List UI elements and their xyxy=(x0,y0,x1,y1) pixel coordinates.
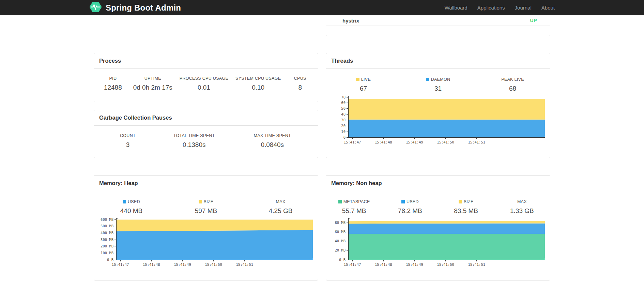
heap-legend: USED 440 MB SIZE 597 MB MAX 4.25 GB xyxy=(94,191,318,215)
svg-text:50: 50 xyxy=(341,106,346,110)
svg-text:10: 10 xyxy=(341,130,346,134)
svg-text:15:41:50: 15:41:50 xyxy=(205,262,222,267)
svg-text:100 MB: 100 MB xyxy=(101,251,113,255)
svg-text:15:41:48: 15:41:48 xyxy=(375,140,392,144)
legend-heap-max: MAX 4.25 GB xyxy=(243,199,318,215)
threads-legend: LIVE 67 DAEMON 31 PEAK LIVE 68 xyxy=(326,69,550,92)
svg-text:40 MB: 40 MB xyxy=(335,239,346,243)
memory-nonheap-panel: Memory: Non heap METASPACE 55.7 MB USED … xyxy=(326,175,550,280)
svg-text:60: 60 xyxy=(341,101,346,105)
memory-nonheap-panel-title: Memory: Non heap xyxy=(326,176,550,191)
nav-item-wallboard[interactable]: Wallboard xyxy=(445,5,467,11)
legend-nonheap-size: SIZE 83.5 MB xyxy=(438,199,494,215)
heap-size-swatch-icon xyxy=(199,200,202,203)
svg-text:15:41:51: 15:41:51 xyxy=(468,262,485,267)
svg-text:15:41:48: 15:41:48 xyxy=(375,262,392,267)
stat-uptime: UPTIME 0d 0h 2m 17s xyxy=(132,76,174,91)
gc-panel-title: Garbage Collection Pauses xyxy=(94,110,318,126)
legend-metaspace: METASPACE 55.7 MB xyxy=(326,199,382,215)
gc-stats: COUNT 3 TOTAL TIME SPENT 0.1380s MAX TIM… xyxy=(94,126,318,149)
stat-pid: PID 12488 xyxy=(94,76,132,91)
brand[interactable]: Spring Boot Admin xyxy=(89,1,181,14)
svg-text:15:41:51: 15:41:51 xyxy=(468,140,485,144)
svg-text:60 MB: 60 MB xyxy=(335,230,346,234)
svg-text:30: 30 xyxy=(341,118,346,122)
svg-text:15:41:49: 15:41:49 xyxy=(174,262,191,267)
legend-heap-used: USED 440 MB xyxy=(94,199,169,215)
nav-item-applications[interactable]: Applications xyxy=(477,5,505,11)
spacer-column xyxy=(94,15,318,36)
svg-text:20: 20 xyxy=(341,124,346,128)
memory-heap-panel-title: Memory: Heap xyxy=(94,176,318,191)
nonheap-legend: METASPACE 55.7 MB USED 78.2 MB SIZE 83.5… xyxy=(326,191,550,215)
svg-text:15:41:50: 15:41:50 xyxy=(437,262,454,267)
svg-text:80 MB: 80 MB xyxy=(335,221,346,225)
svg-text:600 MB: 600 MB xyxy=(101,217,113,222)
live-swatch-icon xyxy=(356,78,359,81)
svg-text:0: 0 xyxy=(343,135,346,139)
application-status-panel: hystrix UP xyxy=(326,15,550,36)
brand-title: Spring Boot Admin xyxy=(106,3,181,13)
daemon-swatch-icon xyxy=(426,78,429,81)
nav-links: Wallboard Applications Journal About xyxy=(435,5,555,11)
legend-nonheap-max: MAX 1.33 GB xyxy=(494,199,550,215)
svg-text:300 MB: 300 MB xyxy=(101,238,113,242)
svg-text:15:41:48: 15:41:48 xyxy=(143,262,160,267)
metaspace-swatch-icon xyxy=(338,200,342,203)
svg-text:0 B: 0 B xyxy=(339,258,346,262)
stat-gc-count: COUNT 3 xyxy=(94,133,162,149)
svg-text:15:41:47: 15:41:47 xyxy=(112,262,129,267)
gc-pauses-panel: Garbage Collection Pauses COUNT 3 TOTAL … xyxy=(94,110,318,158)
svg-text:40: 40 xyxy=(341,112,346,116)
process-stats: PID 12488 UPTIME 0d 0h 2m 17s PROCESS CP… xyxy=(94,69,318,91)
legend-peak-live: PEAK LIVE 68 xyxy=(475,77,550,92)
svg-text:400 MB: 400 MB xyxy=(101,231,113,235)
application-row-hystrix[interactable]: hystrix UP xyxy=(326,15,550,26)
memory-nonheap-chart: 0 B20 MB40 MB60 MB80 MB15:41:4715:41:481… xyxy=(331,217,546,269)
nav-item-journal[interactable]: Journal xyxy=(515,5,532,11)
svg-text:500 MB: 500 MB xyxy=(101,224,113,228)
status-badge: UP xyxy=(530,18,537,23)
threads-chart: 01020304050607015:41:4715:41:4815:41:491… xyxy=(331,95,546,146)
application-name[interactable]: hystrix xyxy=(342,18,359,24)
memory-heap-chart: 0 B100 MB200 MB300 MB400 MB500 MB600 MB1… xyxy=(99,217,313,269)
nav-item-about[interactable]: About xyxy=(541,5,555,11)
process-panel: Process PID 12488 UPTIME 0d 0h 2m 17s PR… xyxy=(94,53,318,102)
navbar: Spring Boot Admin Wallboard Applications… xyxy=(0,0,644,15)
legend-nonheap-used: USED 78.2 MB xyxy=(382,199,438,215)
svg-text:15:41:49: 15:41:49 xyxy=(406,262,423,267)
svg-text:15:41:47: 15:41:47 xyxy=(344,140,361,144)
memory-heap-panel: Memory: Heap USED 440 MB SIZE 597 MB MAX… xyxy=(94,175,318,280)
stat-process-cpu-usage: PROCESS CPU USAGE 0.01 xyxy=(174,76,234,91)
threads-panel: Threads LIVE 67 DAEMON 31 PEAK LIVE 68 xyxy=(326,53,550,158)
stat-gc-total-time: TOTAL TIME SPENT 0.1380s xyxy=(162,133,227,149)
nonheap-used-swatch-icon xyxy=(401,200,405,203)
stat-cpus: CPUS 8 xyxy=(282,76,318,91)
legend-heap-size: SIZE 597 MB xyxy=(169,199,243,215)
svg-text:15:41:49: 15:41:49 xyxy=(406,140,423,144)
svg-text:15:41:47: 15:41:47 xyxy=(344,262,361,267)
svg-text:15:41:51: 15:41:51 xyxy=(236,262,253,267)
svg-text:200 MB: 200 MB xyxy=(101,244,113,248)
svg-text:70: 70 xyxy=(341,95,346,99)
nonheap-size-swatch-icon xyxy=(459,200,462,203)
svg-text:20 MB: 20 MB xyxy=(335,248,346,252)
legend-live: LIVE 67 xyxy=(326,77,401,92)
main-content: hystrix UP Process PID 12488 UPTIME 0d 0… xyxy=(94,15,550,280)
svg-text:0 B: 0 B xyxy=(107,258,113,262)
legend-daemon: DAEMON 31 xyxy=(401,77,475,92)
heap-used-swatch-icon xyxy=(123,200,126,203)
threads-panel-title: Threads xyxy=(326,53,550,69)
spring-boot-admin-logo-icon xyxy=(89,1,102,14)
process-panel-title: Process xyxy=(94,53,318,69)
svg-text:15:41:50: 15:41:50 xyxy=(437,140,454,144)
stat-system-cpu-usage: SYSTEM CPU USAGE 0.10 xyxy=(234,76,282,91)
stat-gc-max-time: MAX TIME SPENT 0.0840s xyxy=(227,133,318,149)
